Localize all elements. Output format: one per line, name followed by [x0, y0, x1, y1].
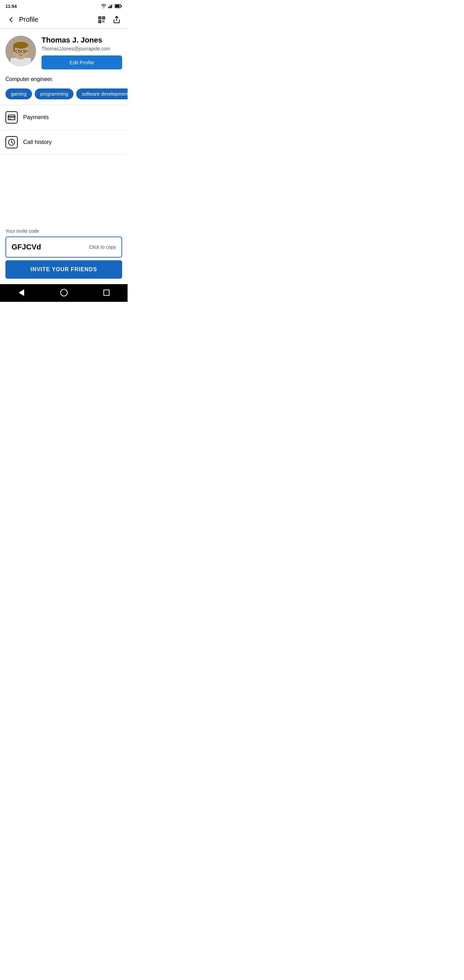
svg-rect-10	[99, 18, 100, 18]
payments-menu-item[interactable]: Payments	[0, 105, 127, 130]
back-nav-icon	[19, 289, 24, 296]
svg-point-21	[18, 51, 19, 52]
svg-rect-2	[111, 5, 112, 8]
payments-icon	[5, 111, 18, 124]
status-bar: 11:54	[0, 0, 127, 11]
user-name: Thomas J. Jones	[41, 36, 122, 45]
nav-right-icons	[96, 14, 122, 25]
tag-gaming[interactable]: gaming	[5, 89, 32, 99]
tag-software-development[interactable]: software development	[76, 89, 127, 99]
battery-icon	[114, 4, 122, 8]
tag-programming[interactable]: programming	[35, 89, 73, 99]
recents-nav-button[interactable]	[100, 288, 113, 298]
signal-icon	[108, 4, 113, 8]
svg-point-17	[13, 42, 28, 49]
page-title: Profile	[19, 16, 96, 24]
home-nav-button[interactable]	[57, 288, 71, 298]
user-email: ThomasJJones@jourrapide.com	[41, 46, 122, 51]
status-time: 11:54	[5, 4, 17, 9]
click-to-copy-text: Click to copy	[89, 244, 116, 250]
svg-rect-18	[13, 45, 15, 51]
wifi-icon	[101, 4, 106, 8]
avatar	[5, 36, 36, 66]
invite-friends-button[interactable]: INVITE YOUR FRIENDS	[5, 260, 122, 279]
tags-container: gaming programming software development …	[0, 87, 127, 105]
home-nav-icon	[60, 289, 68, 296]
bio-text: Computer engineer.	[0, 73, 127, 87]
back-nav-button[interactable]	[14, 288, 28, 298]
call-history-label: Call history	[23, 139, 52, 146]
svg-rect-30	[9, 118, 11, 119]
qr-scan-icon	[98, 16, 106, 24]
invite-code-value: GFJCVd	[11, 243, 41, 251]
svg-rect-12	[99, 21, 100, 22]
invite-section: Your invite code GFJCVd Click to copy IN…	[0, 223, 127, 284]
svg-rect-29	[8, 116, 15, 118]
profile-header: Thomas J. Jones ThomasJJones@jourrapide.…	[0, 29, 127, 73]
top-nav: Profile	[0, 11, 127, 29]
invite-code-label: Your invite code	[5, 228, 122, 234]
credit-card-icon	[8, 115, 15, 120]
clock-icon	[8, 138, 15, 146]
avatar-image	[5, 36, 36, 66]
payments-label: Payments	[23, 114, 49, 121]
share-button[interactable]	[111, 14, 122, 25]
svg-rect-11	[103, 18, 104, 18]
svg-rect-6	[121, 5, 122, 7]
back-button[interactable]	[5, 14, 16, 25]
call-history-menu-item[interactable]: Call history	[0, 130, 127, 155]
back-icon	[8, 16, 14, 23]
profile-info: Thomas J. Jones ThomasJJones@jourrapide.…	[41, 36, 122, 69]
share-icon	[113, 16, 121, 24]
qr-scan-button[interactable]	[96, 14, 107, 25]
svg-rect-0	[108, 7, 109, 8]
svg-rect-1	[110, 6, 111, 8]
svg-point-22	[23, 51, 24, 52]
svg-rect-3	[112, 4, 113, 8]
call-history-icon	[5, 136, 18, 148]
edit-profile-button[interactable]: Edit Profile	[41, 56, 122, 69]
bottom-nav-bar	[0, 284, 127, 302]
invite-code-box[interactable]: GFJCVd Click to copy	[5, 237, 122, 258]
svg-rect-5	[115, 5, 120, 8]
status-icons	[101, 4, 122, 8]
recents-nav-icon	[103, 290, 110, 296]
content-spacer	[0, 155, 127, 223]
